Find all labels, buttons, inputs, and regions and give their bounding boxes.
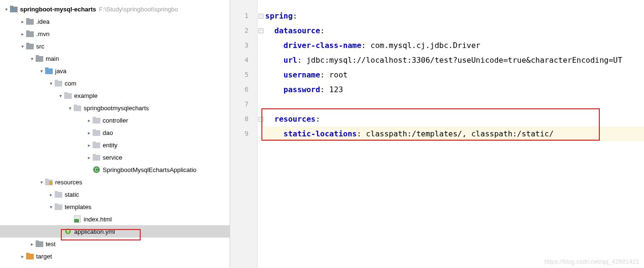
chevron-down-icon[interactable]: ▾: [48, 81, 54, 86]
chevron-down-icon[interactable]: ▾: [57, 93, 64, 98]
chevron-down-icon[interactable]: ▾: [29, 56, 35, 61]
tree-item-appyml[interactable]: application.yml: [0, 225, 230, 238]
line-number: 9: [230, 126, 257, 141]
tree-item-static[interactable]: ▸ static: [0, 188, 230, 201]
svg-rect-33: [55, 191, 58, 193]
tree-item-service[interactable]: ▸ service: [0, 151, 230, 163]
package-icon: [92, 141, 101, 149]
tree-label: dao: [103, 129, 113, 136]
line-number: 6: [230, 82, 257, 97]
tree-root[interactable]: ▾ springboot-mysql-echarts F:\Study\spri…: [0, 3, 230, 15]
tree-item-java[interactable]: ▾ java: [0, 65, 230, 77]
svg-rect-20: [93, 117, 96, 119]
line-gutter: 1 2 3 4 5 6 7 8 9: [230, 0, 258, 268]
fold-minus-icon[interactable]: −: [259, 14, 263, 19]
tree-item-com[interactable]: ▾ com: [0, 77, 230, 89]
tree-item-example[interactable]: ▾ example: [0, 89, 230, 102]
tree-item-templates[interactable]: ▾ templates: [0, 201, 230, 213]
tree-label: application.yml: [74, 228, 115, 235]
tree-label: springbootmysqlecharts: [84, 105, 149, 112]
svg-rect-16: [64, 92, 67, 94]
tree-label: controller: [103, 117, 128, 124]
line-number: 4: [230, 53, 257, 67]
chevron-down-icon[interactable]: ▾: [38, 68, 45, 74]
chevron-down-icon[interactable]: ▾: [38, 180, 45, 185]
tree-label: example: [74, 92, 97, 99]
svg-rect-30: [45, 179, 48, 181]
folder-icon: [26, 42, 34, 50]
code-line: [264, 97, 644, 112]
folder-icon: [26, 30, 34, 38]
tree-item-target[interactable]: ▸ target: [0, 250, 230, 262]
tree-label: SpringbootMysqlEchartsApplicatio: [103, 166, 196, 173]
tree-item-mvn[interactable]: ▸ .mvn: [0, 28, 230, 40]
svg-rect-1: [10, 6, 13, 8]
tree-item-dao[interactable]: ▸ dao: [0, 126, 230, 139]
svg-rect-24: [93, 142, 96, 144]
chevron-down-icon[interactable]: ▾: [3, 7, 10, 12]
code-line: resources:: [264, 112, 644, 126]
chevron-down-icon[interactable]: ▾: [67, 105, 73, 111]
chevron-right-icon[interactable]: ▸: [86, 118, 92, 123]
tree-label: src: [36, 43, 44, 50]
svg-rect-35: [55, 203, 58, 205]
svg-rect-2: [11, 9, 14, 11]
tree-item-controller[interactable]: ▸ controller: [0, 114, 230, 126]
package-icon: [54, 79, 63, 87]
code-line: url: jdbc:mysql://localhost:3306/test?us…: [264, 53, 644, 67]
line-number: 3: [230, 38, 257, 53]
tree-item-test[interactable]: ▸ test: [0, 238, 230, 250]
line-number: 1: [230, 9, 257, 23]
svg-rect-26: [93, 154, 96, 156]
class-icon: C: [92, 166, 101, 173]
tree-item-src[interactable]: ▾ src: [0, 40, 230, 52]
folder-icon: [35, 240, 44, 248]
line-number: 5: [230, 67, 257, 82]
resources-folder-icon: [45, 178, 53, 186]
chevron-right-icon[interactable]: ▸: [86, 130, 92, 135]
package-icon: [73, 104, 82, 112]
project-tree[interactable]: ▾ springboot-mysql-echarts F:\Study\spri…: [0, 0, 230, 262]
tree-label: main: [46, 55, 59, 62]
chevron-right-icon[interactable]: ▸: [48, 192, 54, 197]
code-line: driver-class-name: com.mysql.cj.jdbc.Dri…: [264, 38, 644, 53]
watermark: https://blog.csdn.net/qq_42881421: [545, 258, 640, 265]
project-path: F:\Study\springboot\springbo: [99, 6, 178, 13]
tree-label: static: [65, 191, 79, 198]
chevron-right-icon[interactable]: ▸: [19, 31, 26, 37]
code-line: password: 123: [264, 82, 644, 97]
svg-rect-18: [74, 105, 77, 106]
code-editor[interactable]: 1 2 3 4 5 6 7 8 9 − − − spring: datasour…: [230, 0, 644, 268]
tree-item-entity[interactable]: ▸ entity: [0, 139, 230, 151]
chevron-right-icon[interactable]: ▸: [29, 241, 35, 247]
chevron-right-icon[interactable]: ▸: [19, 19, 26, 24]
tree-item-idea[interactable]: ▸ .idea: [0, 15, 230, 28]
code-area[interactable]: spring: datasource: driver-class-name: c…: [264, 0, 644, 268]
svg-rect-8: [26, 43, 29, 45]
yml-file-icon: [64, 228, 72, 235]
code-line: spring:: [264, 9, 644, 23]
tree-label: .mvn: [36, 30, 49, 38]
project-tree-panel: ▾ springboot-mysql-echarts F:\Study\spri…: [0, 0, 230, 268]
chevron-right-icon[interactable]: ▸: [19, 254, 26, 259]
fold-minus-icon[interactable]: −: [259, 29, 263, 33]
chevron-right-icon[interactable]: ▸: [86, 155, 92, 160]
tree-item-appclass[interactable]: C SpringbootMysqlEchartsApplicatio: [0, 163, 230, 176]
chevron-down-icon[interactable]: ▾: [48, 204, 54, 210]
package-icon: [64, 92, 72, 99]
tree-item-pkg[interactable]: ▾ springbootmysqlecharts: [0, 102, 230, 114]
tree-label: .idea: [36, 18, 49, 25]
fold-column: − − −: [258, 0, 264, 268]
tree-item-main[interactable]: ▾ main: [0, 52, 230, 65]
tree-item-indexhtml[interactable]: index.html: [0, 213, 230, 225]
chevron-down-icon[interactable]: ▾: [19, 44, 26, 49]
tree-item-resources[interactable]: ▾ resources: [0, 176, 230, 188]
svg-text:C: C: [95, 167, 98, 172]
fold-minus-icon[interactable]: −: [259, 117, 263, 122]
package-icon: [92, 129, 101, 136]
folder-icon: [54, 203, 63, 211]
module-icon: [10, 5, 18, 13]
folder-icon: [35, 55, 44, 62]
chevron-right-icon[interactable]: ▸: [86, 143, 92, 148]
svg-rect-4: [26, 18, 29, 20]
